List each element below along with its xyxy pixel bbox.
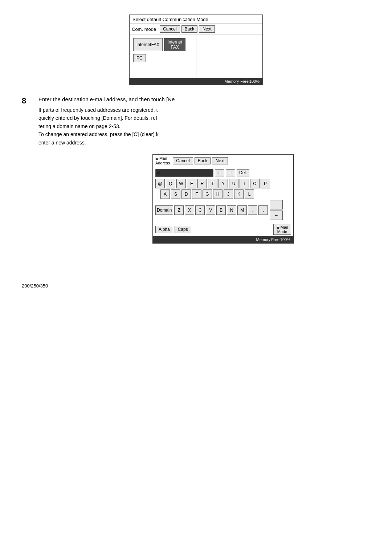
pc-button[interactable]: PC — [133, 54, 146, 62]
key-s[interactable]: S — [171, 189, 180, 199]
step8-main-text: Enter the destination e-mail address, an… — [38, 96, 370, 102]
dialog1-body: InternetFAX Internet FAX PC — [130, 34, 262, 78]
kb-toolbar: E-Mail Address Cancel Back Next — [153, 155, 293, 167]
step8-sub2: quickly entered by touching [Domain]. Fo… — [38, 115, 157, 121]
email-mode-line1: E-Mail — [277, 225, 288, 229]
key-e[interactable]: E — [187, 179, 196, 188]
step8-sub1: If parts of frequently used addresses ar… — [38, 107, 158, 113]
footer2-pct: 100% — [280, 237, 290, 242]
key-space[interactable] — [270, 200, 283, 209]
key-w[interactable]: W — [176, 179, 186, 188]
kb-label-line2: Address — [155, 161, 170, 165]
key-o[interactable]: O — [250, 179, 260, 188]
page-footer: 200/250/350 — [22, 280, 370, 289]
key-z[interactable]: Z — [174, 205, 184, 215]
key-b[interactable]: B — [216, 205, 226, 215]
kb-right-arrow-button[interactable]: → — [226, 169, 235, 176]
key-v[interactable]: V — [206, 205, 215, 215]
kb-bottom-left: Alpha Caps — [155, 226, 191, 233]
key-g[interactable]: G — [203, 189, 212, 199]
key-m[interactable]: M — [237, 205, 247, 215]
alpha-button[interactable]: Alpha — [155, 226, 173, 233]
internet-label-line2: FAX — [171, 45, 179, 50]
step8-number: 8 — [22, 96, 33, 147]
kb-back-button[interactable]: Back — [195, 157, 211, 164]
step8-sub3: tering a domain name on page 2-53. — [38, 123, 121, 129]
dialog1-next-button[interactable]: Next — [199, 25, 215, 33]
kb-cancel-button[interactable]: Cancel — [173, 157, 193, 164]
key-a[interactable]: A — [160, 189, 170, 199]
step8-sub-text: If parts of frequently used addresses ar… — [38, 106, 370, 147]
comm-mode-dialog: Select default Communication Mode. Com. … — [129, 15, 263, 85]
key-n[interactable]: N — [227, 205, 236, 215]
key-k[interactable]: K — [234, 189, 244, 199]
body-divider — [196, 34, 196, 78]
key-y[interactable]: Y — [219, 179, 228, 188]
key-p[interactable]: P — [261, 179, 270, 188]
dialog1-footer: Memory Free 100% — [130, 78, 262, 85]
key-x[interactable]: X — [185, 205, 194, 215]
keyboard-rows: @ Q W E R T Y U I O P A S D F G H J — [153, 178, 293, 223]
dialog1-title: Select default Communication Mode. — [130, 15, 262, 24]
key-c[interactable]: C — [195, 205, 205, 215]
footer1-memory-label: Memory — [225, 79, 239, 83]
internet-fax-button[interactable]: InternetFAX — [133, 38, 163, 51]
key-l[interactable]: L — [245, 189, 254, 199]
footer2-free-label: Free — [271, 237, 279, 242]
kb-label: E-Mail Address — [155, 156, 170, 166]
footer1-pct: 100% — [249, 79, 260, 83]
dialog1-toolbar: Com. mode Cancel Back Next — [130, 24, 262, 34]
page-ref: 200/250/350 — [22, 283, 48, 289]
kb-bottom-right: E-Mail Mode — [273, 224, 291, 235]
kb-left-arrow-button[interactable]: ← — [215, 169, 224, 176]
key-r[interactable]: R — [197, 179, 207, 188]
key-j[interactable]: J — [224, 189, 233, 199]
key-i[interactable]: I — [240, 179, 249, 188]
kb-bottom-row: Alpha Caps E-Mail Mode — [153, 223, 293, 236]
domain-button[interactable]: Domain — [155, 205, 173, 215]
caps-button[interactable]: Caps — [175, 226, 191, 233]
key-u[interactable]: U — [229, 179, 238, 188]
footer1-free-label: Free — [240, 79, 249, 83]
step8-section: 8 Enter the destination e-mail address, … — [22, 96, 370, 147]
kb-row1: @ Q W E R T Y U I O P — [155, 179, 291, 188]
dialog1-cancel-button[interactable]: Cancel — [160, 25, 180, 33]
step8-sub5: enter a new address. — [38, 140, 86, 146]
step8-text-block: Enter the destination e-mail address, an… — [38, 96, 370, 147]
internet-fax-selected-button[interactable]: Internet FAX — [164, 38, 185, 51]
com-mode-label: Com. mode — [132, 26, 156, 32]
key-h[interactable]: H — [213, 189, 222, 199]
key-at[interactable]: @ — [155, 179, 165, 188]
key-t[interactable]: T — [208, 179, 217, 188]
key-q[interactable]: Q — [166, 179, 175, 188]
key-f[interactable]: F — [192, 189, 201, 199]
key-d[interactable]: D — [181, 189, 191, 199]
footer2-memory-label: Memory — [256, 237, 271, 242]
kb-next-button[interactable]: Next — [212, 157, 228, 164]
kb-label-line1: E-Mail — [155, 156, 167, 160]
kb-input-row: – ← → Del. — [153, 167, 293, 178]
email-mode-line2: Mode — [277, 229, 287, 234]
kb-row3: Domain Z X C V B N M . , – — [155, 200, 291, 220]
kb-del-button[interactable]: Del. — [237, 169, 249, 176]
key-dash[interactable]: – — [270, 211, 283, 220]
email-input[interactable]: – — [155, 169, 213, 177]
email-mode-button[interactable]: E-Mail Mode — [273, 224, 291, 235]
dialog1-back-button[interactable]: Back — [181, 25, 198, 33]
key-period[interactable]: . — [248, 205, 257, 215]
internet-label-line1: Internet — [167, 40, 182, 45]
key-comma[interactable]: , — [258, 205, 268, 215]
dialog2-footer: Memory Free 100% — [153, 236, 293, 243]
email-address-dialog: E-Mail Address Cancel Back Next – ← → De… — [152, 154, 294, 244]
step8-sub4: To change an entered address, press the … — [38, 131, 159, 137]
kb-row2: A S D F G H J K L — [155, 189, 291, 199]
